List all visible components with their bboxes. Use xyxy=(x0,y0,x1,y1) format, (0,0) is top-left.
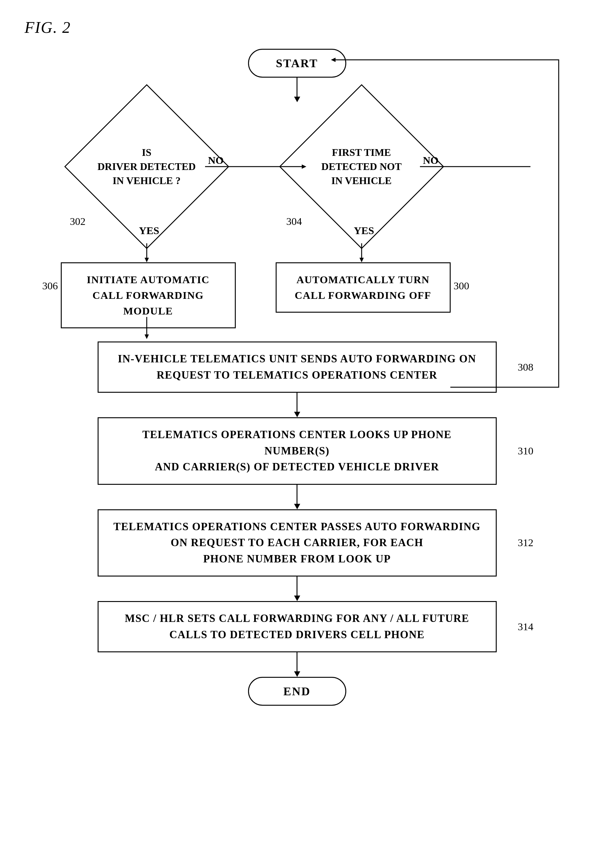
page: FIG. 2 START IS DRIVER DETECTED IN VEHIC… xyxy=(0,0,594,868)
yes2-label: YES xyxy=(354,225,374,236)
box-turnoff-text: AUTOMATICALLY TURN CALL FORWARDING OFF xyxy=(276,262,451,313)
ref308: 308 xyxy=(518,362,533,373)
flowchart: START IS DRIVER DETECTED IN VEHICLE ? xyxy=(25,49,569,706)
arrow-308-svg xyxy=(52,317,543,341)
figure-label: FIG. 2 xyxy=(25,18,569,37)
ref302: 302 xyxy=(70,216,86,227)
box-308-container: IN-VEHICLE TELEMATICS UNIT SENDS AUTO FO… xyxy=(98,341,497,393)
diamond-row: IS DRIVER DETECTED IN VEHICLE ? FIRST TI… xyxy=(52,102,543,243)
end-node: END xyxy=(248,677,346,706)
box-312: TELEMATICS OPERATIONS CENTER PASSES AUTO… xyxy=(98,509,497,577)
arrow-to-308-row xyxy=(52,317,543,341)
ref310: 310 xyxy=(518,445,533,457)
box-310: TELEMATICS OPERATIONS CENTER LOOKS UP PH… xyxy=(98,417,497,485)
action-boxes-row: INITIATE AUTOMATIC CALL FORWARDING MODUL… xyxy=(52,243,543,317)
no2-label: NO xyxy=(423,155,439,166)
ref306: 306 xyxy=(42,280,58,292)
box-turnoff: AUTOMATICALLY TURN CALL FORWARDING OFF xyxy=(276,262,451,313)
box-314: MSC / HLR SETS CALL FORWARDING FOR ANY /… xyxy=(98,601,497,652)
no1-label: NO xyxy=(208,155,224,166)
arrow-314-to-end xyxy=(294,652,300,677)
box-312-container: TELEMATICS OPERATIONS CENTER PASSES AUTO… xyxy=(98,509,497,577)
svg-marker-4 xyxy=(145,258,149,262)
start-node: START xyxy=(248,49,346,78)
ref314: 314 xyxy=(518,621,533,633)
box-314-container: MSC / HLR SETS CALL FORWARDING FOR ANY /… xyxy=(98,601,497,652)
ref312: 312 xyxy=(518,537,533,549)
yes1-label: YES xyxy=(139,225,159,236)
box-308: IN-VEHICLE TELEMATICS UNIT SENDS AUTO FO… xyxy=(98,341,497,393)
arrow-308-to-310 xyxy=(294,393,300,417)
svg-marker-1 xyxy=(302,164,306,169)
box-310-container: TELEMATICS OPERATIONS CENTER LOOKS UP PH… xyxy=(98,417,497,485)
svg-marker-8 xyxy=(145,334,149,339)
ref300: 300 xyxy=(454,280,469,292)
arrow-start-to-d1 xyxy=(294,78,300,102)
ref304: 304 xyxy=(287,216,302,227)
arrow-312-to-314 xyxy=(294,577,300,601)
arrow-310-to-312 xyxy=(294,485,300,509)
svg-marker-6 xyxy=(359,258,364,262)
